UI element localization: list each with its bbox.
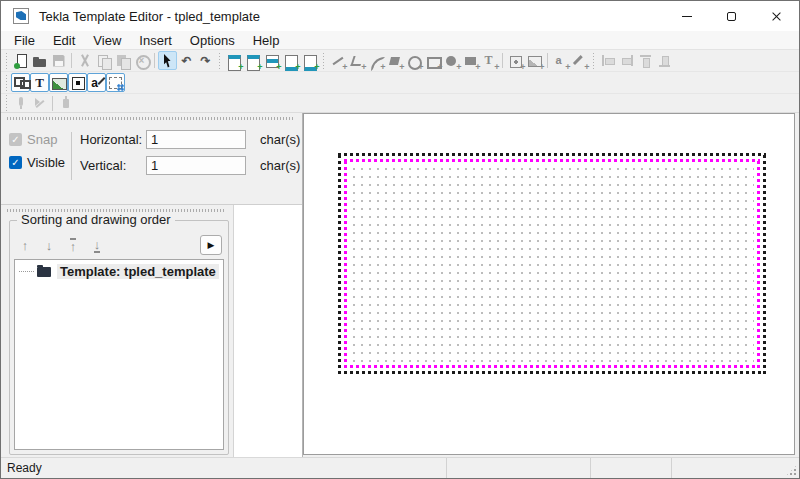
sorting-panel: Sorting and drawing order ↑↓↑↓▶ Template… — [1, 205, 233, 457]
new-file-button[interactable] — [11, 51, 30, 70]
toolbar-grip[interactable] — [4, 53, 9, 69]
toolbar-grip[interactable] — [4, 95, 9, 111]
new-file-icon — [13, 53, 29, 69]
tool-angle-button — [30, 94, 49, 113]
left-panel: ✓ Snap ✓ Visible Horizontal: c — [1, 113, 303, 457]
panel-grip[interactable] — [7, 117, 294, 120]
open-file-button[interactable] — [30, 51, 49, 70]
add-graphical-field-icon — [572, 53, 588, 69]
grid-settings-content: ✓ Snap ✓ Visible Horizontal: c — [1, 124, 302, 180]
toolbar-grip[interactable] — [4, 75, 9, 91]
flt-geometry-button[interactable] — [11, 73, 30, 92]
select-button[interactable] — [158, 51, 177, 70]
move-to-front-button[interactable]: ↑ — [64, 236, 82, 254]
copy-button — [94, 51, 113, 70]
menu-item-insert[interactable]: Insert — [130, 32, 181, 49]
insert-footer-button[interactable] — [300, 51, 319, 70]
add-value-field-button[interactable] — [551, 51, 570, 70]
add-symbol-button[interactable] — [506, 51, 525, 70]
maximize-button[interactable] — [709, 1, 754, 31]
drawing-canvas[interactable] — [303, 113, 795, 455]
snap-label: Snap — [27, 132, 57, 147]
add-rectangle-button[interactable] — [423, 51, 442, 70]
minimize-button[interactable] — [664, 1, 709, 31]
tool-pen-button — [11, 94, 30, 113]
vertical-input[interactable] — [146, 156, 246, 175]
add-symbol-icon — [508, 53, 524, 69]
add-text-icon — [482, 53, 498, 69]
app-window: Tekla Template Editor - tpled_template F… — [0, 0, 800, 479]
add-circle-button[interactable] — [404, 51, 423, 70]
move-to-back-icon: ↓ — [94, 238, 101, 253]
menu-item-help[interactable]: Help — [244, 32, 289, 49]
flt-picture-button[interactable] — [49, 73, 68, 92]
toolbar-separator — [502, 53, 503, 68]
menu-item-edit[interactable]: Edit — [44, 32, 84, 49]
add-arc-button[interactable] — [366, 51, 385, 70]
flt-text-button[interactable] — [30, 73, 49, 92]
vertical-unit: char(s) — [260, 158, 300, 173]
toolbar-extra — [1, 94, 799, 113]
flt-value-field-icon — [89, 75, 105, 91]
window-title: Tekla Template Editor - tpled_template — [39, 9, 260, 24]
cut-icon — [77, 53, 93, 69]
toolbar-grip[interactable] — [591, 53, 596, 69]
menu-item-options[interactable]: Options — [181, 32, 244, 49]
visible-checkbox[interactable]: ✓ — [9, 156, 22, 169]
move-up-button[interactable]: ↑ — [16, 236, 34, 254]
add-filled-rectangle-icon — [463, 53, 479, 69]
select-icon — [160, 53, 176, 69]
undo-button[interactable]: ↶ — [177, 51, 196, 70]
close-icon — [771, 11, 782, 22]
toolbar-grip[interactable] — [217, 53, 222, 69]
redo-button[interactable]: ↷ — [196, 51, 215, 70]
move-up-icon: ↑ — [22, 238, 29, 253]
insert-header-button[interactable] — [224, 51, 243, 70]
add-line-button[interactable] — [328, 51, 347, 70]
move-to-back-button[interactable]: ↓ — [88, 236, 106, 254]
add-graphical-field-button[interactable] — [570, 51, 589, 70]
menu-item-view[interactable]: View — [84, 32, 130, 49]
move-down-button[interactable]: ↓ — [40, 236, 58, 254]
close-button[interactable] — [754, 1, 799, 31]
add-filled-rectangle-button[interactable] — [461, 51, 480, 70]
sorting-groupbox-title: Sorting and drawing order — [17, 212, 175, 227]
horizontal-input[interactable] — [146, 130, 246, 149]
field-column: Horizontal: char(s) Vertical: char(s) — [80, 130, 300, 180]
insert-page-header-button[interactable] — [243, 51, 262, 70]
insert-footer-icon — [302, 53, 318, 69]
status-bar: Ready — [1, 457, 799, 478]
menu-item-file[interactable]: File — [5, 32, 44, 49]
flt-component-button[interactable] — [106, 73, 125, 92]
main-body: ✓ Snap ✓ Visible Horizontal: c — [1, 113, 799, 457]
add-polygon-button[interactable] — [385, 51, 404, 70]
add-filled-circle-button[interactable] — [442, 51, 461, 70]
check-icon: ✓ — [11, 157, 19, 168]
align-left-icon — [600, 53, 616, 69]
add-polyline-button[interactable] — [347, 51, 366, 70]
align-bottom-icon — [657, 53, 673, 69]
align-top-icon — [638, 53, 654, 69]
save-file-button — [49, 51, 68, 70]
toolbar-grip[interactable] — [321, 53, 326, 69]
tree-row[interactable]: Template: tpled_template — [15, 260, 223, 281]
open-file-icon — [32, 53, 48, 69]
status-cell — [671, 458, 799, 478]
visible-label: Visible — [27, 155, 65, 170]
expand-panel-button[interactable]: ▶ — [200, 235, 222, 255]
insert-row-button[interactable] — [262, 51, 281, 70]
flt-value-field-button[interactable] — [87, 73, 106, 92]
flt-component-icon — [108, 75, 124, 91]
insert-page-footer-button[interactable] — [281, 51, 300, 70]
tool-pen-icon — [13, 95, 29, 111]
add-picture-button[interactable] — [525, 51, 544, 70]
grid-settings-panel: ✓ Snap ✓ Visible Horizontal: c — [1, 113, 302, 205]
flt-symbol-button[interactable] — [68, 73, 87, 92]
vertical-divider — [71, 132, 72, 180]
status-message: Ready — [1, 458, 446, 478]
add-rectangle-icon — [425, 53, 441, 69]
expand-right-icon: ▶ — [208, 240, 215, 250]
vertical-field-row: Vertical: char(s) — [80, 156, 300, 175]
add-text-button[interactable] — [480, 51, 499, 70]
snap-grid — [350, 165, 754, 362]
